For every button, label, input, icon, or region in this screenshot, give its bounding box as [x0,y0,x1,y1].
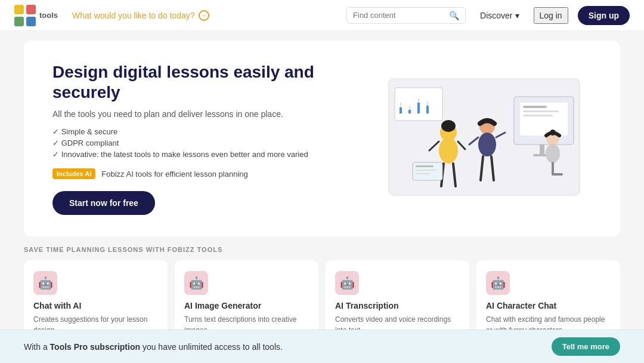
signup-button[interactable]: Sign up [578,6,630,25]
ai-badge: Includes AI [52,168,95,179]
hero-checklist: Simple & secure GDPR compliant Innovativ… [52,127,365,159]
nav-prompt-text: What would you like to do today? [72,11,194,20]
svg-point-13 [439,137,458,164]
hero-svg [377,73,592,204]
bottom-banner: With a Tools Pro subscription you have u… [0,330,644,363]
tool-name: AI Character Chat [486,301,611,310]
banner-text: With a Tools Pro subscription you have u… [24,342,283,352]
svg-rect-1 [26,5,36,14]
tool-name: AI Transcription [335,301,460,310]
tool-name: AI Image Generator [184,301,309,310]
search-icon: 🔍 [449,11,459,20]
tools-section-title: SAVE TIME PLANNING LESSONS WITH FOBIZZ T… [24,246,620,253]
svg-rect-37 [417,103,420,113]
discover-menu[interactable]: Discover ▾ [475,8,524,23]
tool-icon-wrap: 🤖 [486,271,510,295]
logo-text: tools [39,11,58,20]
svg-rect-9 [523,115,553,116]
check-item-3: Innovative: the latest tools to make les… [52,150,365,159]
svg-rect-38 [426,106,429,113]
hero-subtitle: All the tools you need to plan and deliv… [52,109,365,119]
hero-content: Design digital lessons easily and secure… [52,62,365,215]
banner-prefix: With a [24,342,50,352]
svg-rect-7 [523,106,547,108]
banner-bold: Tools Pro subscription [50,342,140,352]
hero-section: Design digital lessons easily and secure… [24,41,620,236]
svg-rect-36 [408,110,411,113]
hero-illustration [377,73,592,204]
svg-rect-35 [400,107,402,113]
svg-rect-39 [413,162,442,180]
svg-point-26 [546,144,560,163]
check-item-1: Simple & secure [52,127,365,136]
banner-suffix: you have unlimited access to all tools. [140,342,283,352]
logo-icon [14,5,36,26]
check-item-2: GDPR compliant [52,139,365,147]
svg-point-20 [478,133,496,156]
svg-rect-0 [14,5,24,14]
chevron-down-icon: ▾ [515,11,519,20]
login-button[interactable]: Log in [534,7,568,24]
svg-rect-10 [540,144,544,155]
svg-point-16 [441,120,456,132]
tell-me-button[interactable]: Tell me more [552,337,620,356]
start-button[interactable]: Start now for free [52,191,155,215]
navbar: tools What would you like to do today? →… [0,0,644,31]
nav-prompt-icon: → [199,10,209,21]
tool-icon-wrap: 🤖 [33,271,57,295]
tool-icon: 🤖 [189,276,204,290]
search-input[interactable] [353,11,445,20]
svg-rect-42 [416,173,431,174]
svg-point-27 [550,130,556,136]
hero-ai-row: Includes AI Fobizz AI tools for efficien… [52,168,365,179]
search-box[interactable]: 🔍 [346,7,466,24]
tool-icon-wrap: 🤖 [184,271,208,295]
ai-label: Fobizz AI tools for efficient lesson pla… [101,170,247,179]
svg-rect-41 [416,170,436,171]
svg-rect-8 [523,110,559,112]
svg-rect-2 [14,17,24,26]
tool-icon-wrap: 🤖 [335,271,359,295]
tool-icon: 🤖 [38,276,53,290]
tool-icon: 🤖 [491,276,506,290]
logo[interactable]: tools [14,5,58,26]
svg-rect-3 [26,17,36,26]
tool-name: Chat with AI [33,301,158,310]
svg-rect-40 [416,165,434,167]
discover-label: Discover [480,11,512,20]
hero-title: Design digital lessons easily and secure… [52,62,365,102]
tool-icon: 🤖 [340,276,355,290]
nav-prompt[interactable]: What would you like to do today? → [72,10,209,21]
